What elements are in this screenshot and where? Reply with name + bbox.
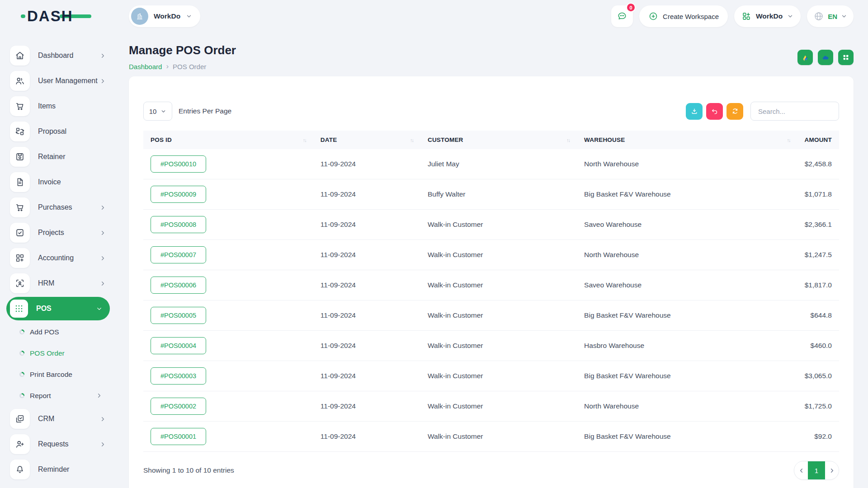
sort-icon — [566, 137, 570, 143]
sidebar-item-projects[interactable]: Projects — [0, 220, 116, 245]
pos-id-link[interactable]: #POS00005 — [151, 307, 206, 324]
column-header-amount: AMOUNT — [797, 131, 839, 149]
language-selector[interactable]: EN — [807, 5, 854, 27]
submenu-item-pos-order[interactable]: POS Order — [0, 343, 116, 364]
grid-view-button[interactable] — [838, 50, 854, 65]
breadcrumb-dashboard-link[interactable]: Dashboard — [129, 63, 162, 70]
sidebar-item-retainer[interactable]: Retainer — [0, 144, 116, 169]
sidebar-item-label: Accounting — [38, 254, 74, 262]
pos-id-link[interactable]: #POS00003 — [151, 367, 206, 385]
chevron-right-icon — [99, 441, 106, 448]
check-square-icon — [15, 228, 25, 238]
create-workspace-label: Create Workspace — [663, 13, 719, 20]
create-workspace-button[interactable]: Create Workspace — [639, 5, 728, 27]
sidebar-item-requests[interactable]: Requests — [0, 432, 116, 457]
chevron-right-icon — [96, 392, 103, 399]
messages-button[interactable]: 0 — [611, 5, 633, 27]
sidebar-item-purchases[interactable]: Purchases — [0, 195, 116, 220]
column-header-customer[interactable]: CUSTOMER — [420, 131, 577, 149]
undo-icon — [711, 107, 719, 115]
table-row: #POS00006 11-09-2024 Walk-in Customer Sa… — [143, 270, 839, 300]
cell-date: 11-09-2024 — [313, 240, 420, 270]
page-number-button[interactable]: 1 — [808, 461, 825, 479]
sidebar-item-pos[interactable]: POS — [6, 297, 110, 320]
sidebar-item-invoice[interactable]: Invoice — [0, 169, 116, 195]
chevron-down-icon — [841, 13, 847, 19]
cell-date: 11-09-2024 — [313, 149, 420, 179]
cell-amount: $1,817.0 — [797, 270, 839, 300]
sidebar-item-reminder[interactable]: Reminder — [0, 457, 116, 482]
entries-per-page-select[interactable]: 10 — [143, 102, 172, 121]
chevron-left-icon — [798, 467, 805, 474]
refresh-button[interactable] — [726, 103, 743, 120]
submenu-item-add-pos[interactable]: Add POS — [0, 321, 116, 343]
app-menu-button[interactable]: WorkDo — [734, 5, 801, 27]
building-icon — [135, 12, 144, 21]
sidebar-item-label: Items — [38, 102, 56, 110]
cell-customer: Walk-in Customer — [420, 240, 577, 270]
column-header-date[interactable]: DATE — [313, 131, 420, 149]
sidebar-item-label: User Management — [38, 77, 98, 85]
export-download-button[interactable] — [686, 103, 703, 120]
sidebar-item-hrm[interactable]: HRM — [0, 271, 116, 296]
previous-page-button[interactable] — [794, 461, 808, 479]
pos-id-link[interactable]: #POS00008 — [151, 216, 206, 233]
google-drive-button[interactable] — [797, 50, 813, 65]
submenu-item-print-barcode[interactable]: Print Barcode — [0, 364, 116, 385]
chevron-right-icon — [99, 230, 106, 236]
pos-id-link[interactable]: #POS00001 — [151, 428, 206, 445]
app-menu-label: WorkDo — [756, 12, 783, 20]
sidebar-item-label: Invoice — [38, 178, 61, 186]
cell-customer: Juliet May — [420, 149, 577, 179]
logo[interactable]: DASH — [27, 8, 129, 25]
table-footer: Showing 1 to 10 of 10 entries 1 — [143, 461, 839, 480]
column-header-pos-id[interactable]: POS ID — [143, 131, 313, 149]
pos-id-link[interactable]: #POS00002 — [151, 398, 206, 415]
workspace-avatar — [131, 8, 148, 25]
onedrive-button[interactable] — [818, 50, 833, 65]
notification-badge: 0 — [626, 3, 636, 12]
pos-id-link[interactable]: #POS00004 — [151, 337, 206, 354]
undo-button[interactable] — [706, 103, 723, 120]
google-drive-icon — [802, 54, 809, 61]
column-header-warehouse[interactable]: WAREHOUSE — [577, 131, 797, 149]
home-icon — [15, 51, 25, 61]
sidebar: Dashboard User Management Items Proposal… — [0, 33, 116, 488]
entries-per-page-value: 10 — [149, 108, 157, 115]
table-row: #POS00009 11-09-2024 Buffy Walter Big Ba… — [143, 179, 839, 210]
pos-id-link[interactable]: #POS00006 — [151, 277, 206, 294]
sort-icon — [410, 137, 413, 143]
cell-date: 11-09-2024 — [313, 270, 420, 300]
cell-date: 11-09-2024 — [313, 210, 420, 240]
sidebar-item-items[interactable]: Items — [0, 94, 116, 119]
next-page-button[interactable] — [825, 461, 839, 479]
cell-customer: Walk-in Customer — [420, 210, 577, 240]
sidebar-item-proposal[interactable]: Proposal — [0, 119, 116, 144]
onedrive-cloud-icon — [821, 53, 830, 62]
sidebar-item-crm[interactable]: CRM — [0, 406, 116, 432]
sidebar-item-label: Purchases — [38, 203, 72, 211]
sidebar-item-label: Dashboard — [38, 52, 73, 60]
bullet-icon — [19, 351, 24, 356]
grid-plus-icon — [15, 253, 25, 263]
submenu-item-label: Add POS — [30, 328, 59, 336]
sidebar-item-accounting[interactable]: Accounting — [0, 245, 116, 271]
pos-id-link[interactable]: #POS00009 — [151, 186, 206, 203]
search-input[interactable] — [750, 102, 839, 121]
sidebar-item-user-management[interactable]: User Management — [0, 68, 116, 94]
cell-amount: $1,247.5 — [797, 240, 839, 270]
cell-date: 11-09-2024 — [313, 179, 420, 210]
sort-icon — [303, 137, 306, 143]
cell-amount: $2,458.8 — [797, 149, 839, 179]
sidebar-item-dashboard[interactable]: Dashboard — [0, 43, 116, 68]
table-row: #POS00001 11-09-2024 Walk-in Customer Bi… — [143, 422, 839, 452]
sidebar-item-label: POS — [36, 305, 52, 313]
chevron-down-icon — [186, 13, 192, 19]
pos-id-link[interactable]: #POS00007 — [151, 246, 206, 263]
cell-warehouse: North Warehouse — [577, 240, 797, 270]
table-row: #POS00007 11-09-2024 Walk-in Customer No… — [143, 240, 839, 270]
submenu-item-label: Print Barcode — [30, 371, 72, 379]
submenu-item-report[interactable]: Report — [0, 385, 116, 406]
workspace-selector[interactable]: WorkDo — [129, 5, 200, 27]
pos-id-link[interactable]: #POS00010 — [151, 155, 206, 173]
